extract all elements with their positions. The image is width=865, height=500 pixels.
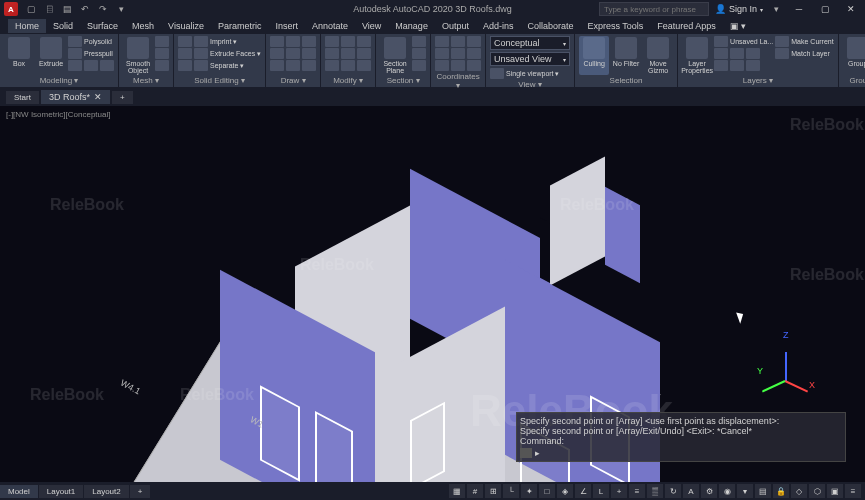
smooth-button[interactable]: Smooth Object [123,36,153,75]
layer-props-button[interactable]: Layer Properties [682,36,712,75]
imprint-button[interactable]: Imprint ▾ [210,38,237,46]
named-view-dropdown[interactable]: Unsaved View▾ [490,52,570,66]
polysolid-icon[interactable] [68,36,82,47]
nofilter-button[interactable]: No Filter [611,36,641,75]
separate-icon[interactable] [194,60,208,71]
poly-icon[interactable] [302,48,316,59]
gizmo-button[interactable]: Move Gizmo [643,36,673,75]
layer-iso-icon[interactable] [714,60,728,71]
qat-new-icon[interactable]: ▢ [24,3,38,15]
model-space-icon[interactable]: ▦ [449,484,465,498]
spline-icon[interactable] [302,60,316,71]
lock-ui-icon[interactable]: 🔒 [773,484,789,498]
viewport[interactable]: [-][NW Isometric][Conceptual] Z X Y W4.1… [0,106,865,482]
tab-visualize[interactable]: Visualize [161,19,211,33]
tab-annotate[interactable]: Annotate [305,19,355,33]
panel-label[interactable]: Draw ▾ [270,75,316,85]
transparency-icon[interactable]: ▒ [647,484,663,498]
quick-props-icon[interactable]: ▤ [755,484,771,498]
osnap-icon[interactable]: □ [539,484,555,498]
box-button[interactable]: Box [4,36,34,75]
ucs-obj-icon[interactable] [451,48,465,59]
layer-thaw-icon[interactable] [746,60,760,71]
make-current-icon[interactable] [775,36,789,47]
dyn-input-icon[interactable]: + [611,484,627,498]
clean-screen-icon[interactable]: ▣ [827,484,843,498]
panel-label[interactable]: Layers ▾ [682,75,834,85]
viewport-icon[interactable] [490,68,504,79]
rotate-icon[interactable] [341,36,355,47]
ucs-z-icon[interactable] [467,60,481,71]
tab-layout-add[interactable]: + [130,485,151,498]
section-plane-button[interactable]: Section Plane [380,36,410,75]
panel-label[interactable]: Section ▾ [380,75,426,85]
match-layer-button[interactable]: Match Layer [791,50,830,57]
anno-monitor-icon[interactable]: ◉ [719,484,735,498]
union-icon[interactable] [178,36,192,47]
panel-label[interactable]: View ▾ [490,79,570,89]
tab-parametric[interactable]: Parametric [211,19,269,33]
tab-output[interactable]: Output [435,19,476,33]
tab-file[interactable]: 3D Roofs*✕ [41,90,110,104]
tab-close-icon[interactable]: ✕ [94,92,102,102]
imprint-icon[interactable] [194,36,208,47]
intersect-icon[interactable] [178,60,192,71]
group-button[interactable]: Group [843,36,865,75]
ucs-icon[interactable]: Z X Y [785,342,825,382]
app-logo-icon[interactable]: A [4,2,18,16]
extrude-faces-button[interactable]: Extrude Faces ▾ [210,50,261,58]
viewport-button[interactable]: Single viewport ▾ [506,70,559,78]
match-layer-icon[interactable] [775,48,789,59]
customize-icon[interactable]: ≡ [845,484,861,498]
tab-collaborate[interactable]: Collaborate [520,19,580,33]
command-line[interactable]: Specify second point or [Array] <use fir… [516,412,846,462]
extrude-button[interactable]: Extrude [36,36,66,75]
snap-icon[interactable]: ⊞ [485,484,501,498]
lineweight-icon[interactable]: ≡ [629,484,645,498]
maximize-icon[interactable]: ▢ [815,2,835,16]
scale-icon[interactable] [341,60,355,71]
line-icon[interactable] [270,36,284,47]
hardware-icon[interactable]: ⬡ [809,484,825,498]
qat-dropdown-icon[interactable]: ▾ [114,3,128,15]
presspull-icon[interactable] [68,48,82,59]
tab-home[interactable]: Home [8,19,46,33]
tab-start[interactable]: Start [6,91,39,104]
ucs-view-icon[interactable] [467,48,481,59]
polar-icon[interactable]: ✦ [521,484,537,498]
circle-icon[interactable] [302,36,316,47]
close-icon[interactable]: ✕ [841,2,861,16]
ellipse-icon[interactable] [270,60,284,71]
viewport-label[interactable]: [-][NW Isometric][Conceptual] [6,110,110,119]
ortho-icon[interactable]: └ [503,484,519,498]
culling-button[interactable]: Culling [579,36,609,75]
array-icon[interactable] [357,60,371,71]
layer-state-icon[interactable] [714,36,728,47]
arc-icon[interactable] [270,48,284,59]
units-icon[interactable]: ▾ [737,484,753,498]
ucs-x-icon[interactable] [435,60,449,71]
panel-label[interactable]: Coordinates ▾ [435,71,481,90]
revolve-icon[interactable] [68,60,82,71]
tab-surface[interactable]: Surface [80,19,125,33]
separate-button[interactable]: Separate ▾ [210,62,244,70]
panel-label[interactable]: Solid Editing ▾ [178,75,261,85]
sweep-icon[interactable] [84,60,98,71]
extrude-faces-icon[interactable] [194,48,208,59]
presspull-button[interactable]: Presspull [84,50,113,57]
qat-redo-icon[interactable]: ↷ [96,3,110,15]
tab-new-icon[interactable]: + [112,91,133,104]
tab-express[interactable]: Express Tools [580,19,650,33]
tab-addins[interactable]: Add-ins [476,19,521,33]
tab-solid[interactable]: Solid [46,19,80,33]
cycling-icon[interactable]: ↻ [665,484,681,498]
layer-lock-icon[interactable] [746,48,760,59]
copy-icon[interactable] [325,48,339,59]
make-current-button[interactable]: Make Current [791,38,833,45]
workspace-icon[interactable]: ⚙ [701,484,717,498]
tab-view[interactable]: View [355,19,388,33]
panel-label[interactable]: Modify ▾ [325,75,371,85]
tab-mesh[interactable]: Mesh [125,19,161,33]
grid-icon[interactable]: # [467,484,483,498]
ucs-prev-icon[interactable] [467,36,481,47]
